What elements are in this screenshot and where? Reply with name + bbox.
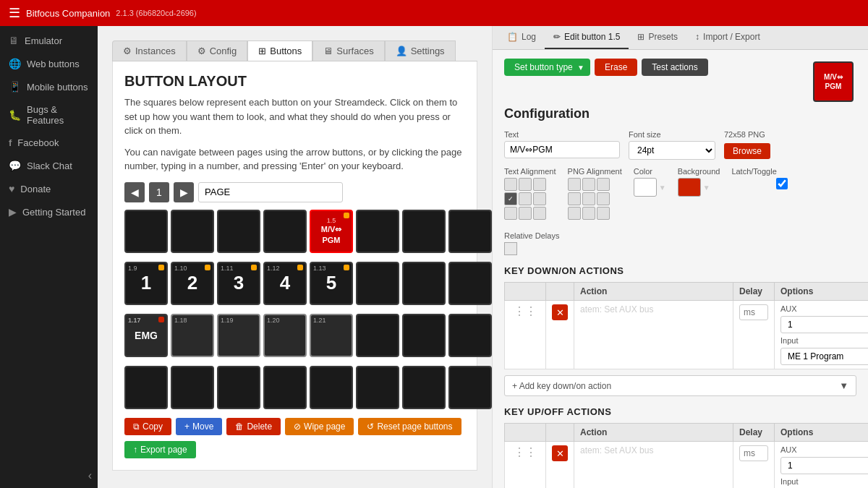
add-key-down-row[interactable]: + Add key down/on action ▼ bbox=[504, 375, 856, 396]
right-tab-presets[interactable]: ⊞ Presets bbox=[629, 26, 686, 49]
color-swatch[interactable] bbox=[634, 178, 657, 197]
delete-btn[interactable]: 🗑 Delete bbox=[226, 418, 281, 435]
btn-4-8[interactable] bbox=[448, 366, 492, 409]
drag-handle-icon[interactable]: ⋮⋮ bbox=[511, 304, 540, 319]
png-align-ml[interactable] bbox=[568, 192, 581, 205]
btn-2-4[interactable]: 1.12 4 bbox=[263, 262, 307, 305]
png-align-mr[interactable] bbox=[597, 192, 610, 205]
align-mr[interactable] bbox=[533, 192, 546, 205]
btn-3-3[interactable]: 1.19 bbox=[217, 314, 260, 357]
key-up-delete-btn[interactable]: ✕ bbox=[552, 445, 568, 461]
test-actions-btn[interactable]: Test actions bbox=[642, 59, 707, 76]
png-align-tc[interactable] bbox=[582, 178, 595, 191]
sidebar-item-emulator[interactable]: 🖥 Emulator bbox=[0, 29, 98, 52]
page-name-input[interactable] bbox=[198, 182, 343, 202]
sidebar-item-mobile-buttons[interactable]: 📱 Mobile buttons bbox=[0, 75, 98, 98]
sidebar-item-donate[interactable]: ♥ Donate bbox=[0, 177, 98, 200]
btn-1-7[interactable] bbox=[402, 210, 446, 253]
btn-2-6[interactable] bbox=[356, 262, 399, 305]
btn-2-3[interactable]: 1.11 3 bbox=[217, 262, 260, 305]
copy-btn[interactable]: ⧉ Copy bbox=[124, 418, 171, 435]
set-button-type-btn[interactable]: Set button type ▼ bbox=[504, 59, 590, 76]
btn-1-4[interactable] bbox=[263, 210, 307, 253]
btn-3-2[interactable]: 1.18 bbox=[171, 314, 214, 357]
btn-1-2[interactable] bbox=[171, 210, 214, 253]
tab-config[interactable]: ⚙ Config bbox=[187, 40, 248, 61]
btn-4-6[interactable] bbox=[356, 366, 399, 409]
sidebar-collapse-btn[interactable]: ‹ bbox=[0, 463, 98, 488]
align-tl[interactable] bbox=[504, 178, 517, 191]
sidebar-item-bugs[interactable]: 🐛 Bugs & Features bbox=[0, 98, 98, 132]
btn-4-7[interactable] bbox=[402, 366, 446, 409]
btn-2-7[interactable] bbox=[402, 262, 446, 305]
right-tab-edit[interactable]: ✏ Edit button 1.5 bbox=[545, 26, 629, 49]
align-bc[interactable] bbox=[519, 207, 532, 220]
btn-4-3[interactable] bbox=[217, 366, 260, 409]
menu-icon[interactable]: ☰ bbox=[9, 5, 20, 21]
sidebar-item-getting-started[interactable]: ▶ Getting Started bbox=[0, 200, 98, 223]
png-align-br[interactable] bbox=[597, 207, 610, 220]
tab-settings[interactable]: 👤 Settings bbox=[385, 40, 456, 61]
export-btn[interactable]: ↑ Export page bbox=[124, 441, 196, 458]
tab-surfaces[interactable]: 🖥 Surfaces bbox=[312, 40, 384, 61]
btn-2-2[interactable]: 1.10 2 bbox=[171, 262, 214, 305]
btn-4-1[interactable] bbox=[124, 366, 168, 409]
png-align-bl[interactable] bbox=[568, 207, 581, 220]
input-select[interactable]: ME 1 Program bbox=[780, 348, 868, 365]
btn-2-1[interactable]: 1.9 1 bbox=[124, 262, 168, 305]
page-prev-btn[interactable]: ◀ bbox=[124, 182, 145, 202]
align-br[interactable] bbox=[533, 207, 546, 220]
key-down-delay-input[interactable] bbox=[739, 304, 768, 320]
page-num-btn[interactable]: 1 bbox=[149, 182, 169, 202]
key-up-aux-select[interactable]: 1 bbox=[780, 457, 868, 474]
reset-btn[interactable]: ↺ Reset page buttons bbox=[358, 418, 461, 435]
color-arrow[interactable]: ▼ bbox=[659, 184, 666, 192]
btn-3-5[interactable]: 1.21 bbox=[310, 314, 353, 357]
align-ml[interactable]: ✓ bbox=[504, 192, 517, 205]
btn-1-1[interactable] bbox=[124, 210, 168, 253]
aux-select[interactable]: 1 bbox=[780, 316, 868, 333]
align-tr[interactable] bbox=[533, 178, 546, 191]
page-next-btn[interactable]: ▶ bbox=[174, 182, 194, 202]
btn-3-6[interactable] bbox=[356, 314, 399, 357]
btn-1-8[interactable] bbox=[448, 210, 492, 253]
wipe-btn[interactable]: ⊘ Wipe page bbox=[285, 418, 354, 435]
latch-checkbox[interactable] bbox=[731, 178, 833, 189]
tab-buttons[interactable]: ⊞ Buttons bbox=[247, 40, 312, 61]
browse-btn[interactable]: Browse bbox=[724, 143, 770, 159]
png-align-tr[interactable] bbox=[597, 178, 610, 191]
btn-1-6[interactable] bbox=[356, 210, 399, 253]
btn-emg[interactable]: 1.17 EMG bbox=[124, 314, 168, 357]
text-input[interactable] bbox=[504, 141, 620, 158]
align-tc[interactable] bbox=[519, 178, 532, 191]
png-align-tl[interactable] bbox=[568, 178, 581, 191]
align-bl[interactable] bbox=[504, 207, 517, 220]
btn-3-8[interactable] bbox=[448, 314, 492, 357]
move-btn[interactable]: + Move bbox=[176, 418, 222, 435]
sidebar-item-web-buttons[interactable]: 🌐 Web buttons bbox=[0, 52, 98, 75]
erase-btn[interactable]: Erase bbox=[595, 59, 637, 76]
btn-4-2[interactable] bbox=[171, 366, 214, 409]
btn-4-4[interactable] bbox=[263, 366, 307, 409]
align-mc[interactable] bbox=[519, 192, 532, 205]
sidebar-item-facebook[interactable]: f Facebook bbox=[0, 132, 98, 154]
bg-swatch[interactable] bbox=[678, 178, 701, 197]
right-tab-log[interactable]: 📋 Log bbox=[498, 26, 545, 49]
key-up-delay-input[interactable] bbox=[739, 445, 768, 461]
btn-mv-pgm[interactable]: 1.5 M/V⇔ PGM bbox=[310, 210, 353, 253]
tab-instances[interactable]: ⚙ Instances bbox=[112, 40, 187, 61]
btn-1-3[interactable] bbox=[217, 210, 260, 253]
png-align-mc[interactable] bbox=[582, 192, 595, 205]
btn-4-5[interactable] bbox=[310, 366, 353, 409]
key-up-drag-handle-icon[interactable]: ⋮⋮ bbox=[511, 445, 540, 460]
key-down-delete-btn[interactable]: ✕ bbox=[552, 304, 568, 320]
bg-arrow[interactable]: ▼ bbox=[703, 184, 710, 192]
font-size-select[interactable]: 24pt bbox=[629, 141, 715, 160]
btn-2-5[interactable]: 1.13 5 bbox=[310, 262, 353, 305]
sidebar-item-slack[interactable]: 💬 Slack Chat bbox=[0, 154, 98, 177]
btn-3-7[interactable] bbox=[402, 314, 446, 357]
right-tab-import-export[interactable]: ↕ Import / Export bbox=[686, 26, 769, 49]
png-align-bc[interactable] bbox=[582, 207, 595, 220]
btn-3-4[interactable]: 1.20 bbox=[263, 314, 307, 357]
btn-2-8[interactable] bbox=[448, 262, 492, 305]
